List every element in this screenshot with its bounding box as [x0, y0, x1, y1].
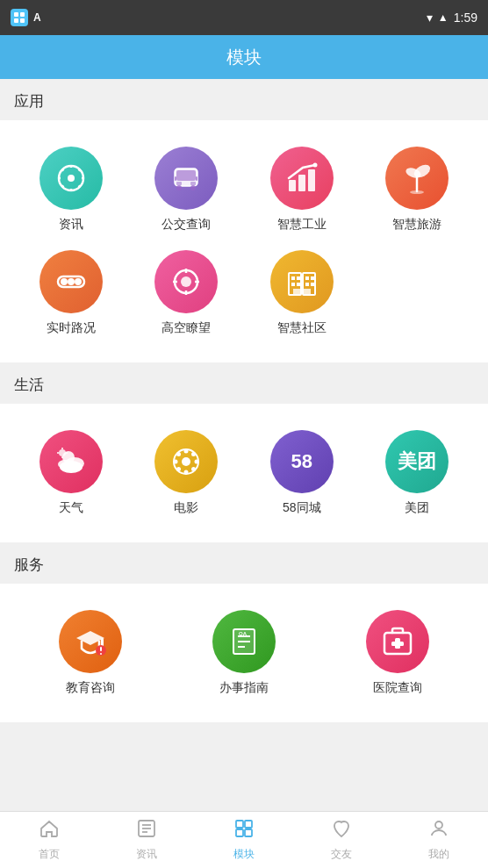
section-header-apps: 应用: [0, 79, 488, 120]
svg-rect-45: [291, 283, 295, 286]
svg-point-63: [182, 457, 190, 466]
status-a-label: A: [33, 11, 41, 24]
svg-rect-93: [245, 829, 252, 836]
app-label-traffic: 实时路况: [47, 320, 96, 336]
app-icon-58: 58: [270, 430, 334, 493]
app-icon-industry: [270, 147, 334, 210]
app-label-bus: 公交查询: [161, 217, 211, 233]
svg-point-21: [176, 185, 182, 190]
svg-point-34: [75, 278, 82, 285]
app-item-community[interactable]: 智慧社区: [244, 250, 360, 336]
app-icon-travel: [385, 147, 449, 210]
app-item-58[interactable]: 58 58同城: [244, 430, 360, 516]
svg-rect-49: [305, 283, 309, 286]
app-icon-traffic: [39, 250, 103, 313]
svg-point-71: [176, 467, 181, 471]
nav-item-mine[interactable]: 我的: [391, 818, 488, 862]
app-label-movie: 电影: [174, 500, 198, 516]
app-item-education[interactable]: 教育咨询: [13, 610, 167, 696]
app-label-industry: 智慧工业: [277, 217, 327, 233]
app-icon-weather: [39, 430, 103, 493]
app-item-weather[interactable]: 天气: [13, 430, 129, 516]
wifi-icon: ▾: [427, 11, 433, 25]
app-label-weather: 天气: [59, 500, 83, 516]
svg-point-33: [68, 278, 75, 285]
status-right: ▾ ▲ 1:59: [427, 11, 477, 25]
svg-rect-90: [236, 821, 243, 828]
app-item-traffic[interactable]: 实时路况: [13, 250, 129, 336]
app-icon-info: [39, 147, 103, 210]
svg-rect-85: [391, 642, 404, 646]
svg-rect-47: [305, 276, 309, 280]
section-body-apps: 资讯 公交查询: [0, 120, 488, 362]
svg-point-22: [190, 185, 196, 190]
app-item-sky[interactable]: 高空瞭望: [129, 250, 245, 336]
app-item-industry[interactable]: 智慧工业: [244, 147, 360, 233]
app-icon-movie: [154, 430, 218, 493]
meituan-text-icon: 美团: [398, 452, 436, 471]
mine-icon: [428, 818, 449, 844]
status-bar: A ▾ ▲ 1:59: [0, 0, 488, 35]
app-item-info[interactable]: 资讯: [13, 147, 129, 233]
svg-point-36: [181, 276, 191, 287]
status-app-icon: [11, 9, 28, 26]
main-content: 应用: [0, 79, 488, 811]
svg-rect-91: [245, 821, 252, 828]
svg-rect-20: [196, 176, 197, 181]
svg-point-65: [184, 470, 189, 475]
social-icon: [331, 818, 352, 844]
nav-label-mine: 我的: [428, 847, 449, 862]
app-icon-guide: OA: [212, 610, 276, 673]
app-icon-sky: [154, 250, 218, 313]
app-item-meituan[interactable]: 美团 美团: [360, 430, 476, 516]
svg-text:OA: OA: [239, 631, 248, 636]
app-icon-community: [270, 250, 334, 313]
nav-item-social[interactable]: 交友: [293, 818, 391, 862]
status-left: A: [11, 9, 41, 26]
services-grid: 教育咨询 OA 办事指南: [9, 601, 479, 705]
content-spacer: [0, 722, 488, 811]
svg-line-12: [62, 186, 63, 187]
svg-rect-16: [176, 170, 196, 181]
app-icon-hospital: [366, 610, 429, 673]
app-label-travel: 智慧旅游: [392, 217, 441, 233]
svg-line-9: [62, 169, 63, 170]
svg-rect-18: [190, 182, 196, 185]
apps-grid: 资讯 公交查询: [9, 138, 479, 345]
section-body-life: 天气: [0, 404, 488, 542]
svg-point-67: [195, 460, 199, 464]
svg-point-64: [184, 449, 189, 454]
app-item-travel[interactable]: 智慧旅游: [360, 147, 476, 233]
svg-point-70: [191, 452, 196, 456]
app-item-guide[interactable]: OA 办事指南: [167, 610, 320, 696]
app-label-education: 教育咨询: [66, 680, 115, 696]
svg-rect-2: [14, 18, 18, 23]
58-text-icon: 58: [291, 452, 312, 471]
svg-rect-43: [291, 276, 295, 280]
nav-item-home[interactable]: 首页: [0, 818, 97, 862]
nav-item-modules[interactable]: 模块: [195, 818, 292, 862]
svg-rect-76: [100, 653, 102, 655]
app-item-hospital[interactable]: 医院查询: [321, 610, 475, 696]
nav-label-news: 资讯: [136, 847, 157, 862]
app-label-guide: 办事指南: [219, 680, 269, 696]
app-label-hospital: 医院查询: [373, 680, 422, 696]
nav-label-modules: 模块: [233, 847, 255, 862]
app-label-info: 资讯: [59, 217, 83, 233]
svg-rect-3: [20, 18, 25, 23]
svg-point-69: [191, 467, 196, 471]
svg-rect-50: [311, 283, 314, 286]
svg-point-94: [435, 821, 442, 829]
app-icon-meituan: 美团: [385, 430, 449, 493]
home-icon: [39, 818, 60, 844]
svg-rect-17: [176, 182, 182, 185]
svg-rect-44: [297, 276, 300, 280]
app-item-bus[interactable]: 公交查询: [129, 147, 245, 233]
svg-point-26: [312, 163, 317, 168]
nav-item-news[interactable]: 资讯: [97, 818, 195, 862]
app-label-community: 智慧社区: [277, 320, 327, 336]
svg-point-68: [176, 452, 181, 456]
app-label-sky: 高空瞭望: [161, 320, 211, 336]
app-icon-education: [59, 610, 122, 673]
app-item-movie[interactable]: 电影: [129, 430, 245, 516]
